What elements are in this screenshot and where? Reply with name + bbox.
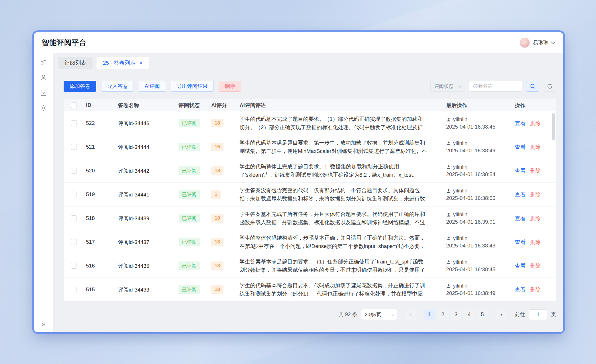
delete-link[interactable]: 删除 — [530, 191, 541, 198]
view-link[interactable]: 查看 — [515, 262, 526, 269]
user-menu[interactable]: 易琳琳 — [519, 38, 555, 48]
status-badge: 已评阅 — [179, 261, 200, 270]
row-name: 评阅id-34439 — [112, 215, 172, 222]
delete-link[interactable]: 删除 — [530, 286, 541, 293]
chevron-down-icon — [458, 84, 462, 88]
delete-link[interactable]: 删除 — [530, 120, 541, 127]
jump-page-input[interactable] — [529, 309, 547, 320]
sidebar-item-review-tasks[interactable] — [38, 57, 49, 68]
select-all-checkbox[interactable] — [71, 102, 77, 108]
delete-link[interactable]: 删除 — [530, 215, 541, 222]
page-button-3[interactable]: 3 — [451, 309, 461, 320]
page-size-select[interactable]: 20条/页 — [361, 309, 397, 320]
person-icon — [446, 236, 451, 241]
delete-link[interactable]: 删除 — [530, 239, 541, 246]
view-link[interactable]: 查看 — [515, 143, 526, 151]
table-row: 516 评阅id-34435 已评阅 18 学生答案基本满足题目的要求。（1）任… — [64, 254, 556, 278]
view-link[interactable]: 查看 — [515, 286, 526, 293]
gear-icon — [40, 104, 47, 112]
operator-name: yilinlin — [453, 116, 467, 123]
row-checkbox[interactable] — [71, 120, 77, 126]
score-badge: 1 — [211, 190, 221, 199]
status-badge: 已评阅 — [179, 119, 200, 127]
avatar[interactable] — [519, 38, 530, 48]
delete-button[interactable]: 删除 — [219, 81, 241, 92]
header-status: 评阅状态 — [172, 102, 207, 109]
tab-review-list[interactable]: 评阅列表 — [58, 57, 93, 69]
search-icon — [530, 83, 536, 89]
sidebar-item-settings[interactable] — [38, 102, 49, 114]
operation-time: 2025-04-01 16:38:45 — [446, 124, 495, 130]
view-link[interactable]: 查看 — [515, 239, 526, 246]
page-button-2[interactable]: 2 — [438, 309, 448, 320]
pagination: 共 92 条 20条/页 ‹ 1 2 3 4 5 › 前往 页 — [64, 309, 556, 320]
header-actions: 操作 — [505, 102, 556, 109]
search-button[interactable] — [526, 81, 539, 92]
delete-link[interactable]: 删除 — [530, 167, 541, 174]
total-count: 共 92 条 — [338, 311, 357, 318]
delete-link[interactable]: 删除 — [530, 262, 541, 269]
operator-name: yilinlin — [453, 140, 467, 146]
score-badge: 18 — [211, 238, 223, 246]
status-badge: 已评阅 — [179, 143, 200, 151]
sidebar-item-answer-sheets[interactable] — [38, 87, 49, 99]
status-badge: 已评阅 — [179, 190, 200, 199]
operation-time: 2025-04-01 16:38:49 — [446, 147, 495, 154]
row-checkbox[interactable] — [71, 263, 77, 269]
delete-link[interactable]: 删除 — [530, 143, 541, 151]
sidebar-collapse-button[interactable]: » — [34, 320, 53, 328]
row-name: 评阅id-34433 — [112, 286, 172, 293]
row-name: 评阅id-34437 — [112, 239, 172, 246]
tab-close-icon[interactable]: × — [140, 60, 143, 66]
row-id: 521 — [81, 144, 112, 150]
answer-name-input[interactable] — [469, 81, 522, 92]
add-answer-button[interactable]: 添加答卷 — [64, 81, 96, 92]
view-link[interactable]: 查看 — [515, 191, 526, 198]
page-list: 1 2 3 4 5 — [424, 309, 488, 320]
checklist-icon — [40, 59, 47, 66]
page-button-1[interactable]: 1 — [424, 309, 435, 320]
sidebar-item-users[interactable] — [38, 72, 49, 83]
row-checkbox[interactable] — [71, 144, 77, 150]
header-id: ID — [81, 102, 112, 108]
operator-name: yilinlin — [453, 235, 467, 241]
person-icon — [446, 141, 451, 146]
user-icon — [40, 74, 47, 81]
operation-time: 2025-04-01 16:39:01 — [446, 219, 495, 225]
page-button-5[interactable]: 5 — [477, 309, 488, 320]
prev-page-button[interactable]: ‹ — [405, 309, 416, 320]
table-row: 522 评阅id-34446 已评阅 18 学生的代码基本完成了题目的要求。（1… — [64, 111, 556, 135]
row-name: 评阅id-34435 — [112, 262, 172, 269]
row-checkbox[interactable] — [71, 239, 77, 245]
header-score: AI评分 — [207, 102, 233, 109]
refresh-button[interactable] — [543, 81, 556, 92]
row-checkbox[interactable] — [71, 287, 77, 292]
table-row: 520 评阅id-34442 已评阅 18 学生的代码整体上完成了题目要求。1.… — [64, 159, 556, 183]
scrollbar-thumb[interactable] — [552, 113, 555, 140]
export-results-button[interactable]: 导出评阅结果 — [171, 81, 214, 92]
app-header: 智能评阅平台 易琳琳 — [34, 32, 563, 53]
page-button-4[interactable]: 4 — [464, 309, 475, 320]
row-id: 515 — [81, 286, 112, 293]
view-link[interactable]: 查看 — [515, 167, 526, 174]
score-badge: 18 — [211, 261, 223, 270]
tab-answer-list[interactable]: 25 - 答卷列表 × — [97, 57, 149, 69]
person-icon — [446, 260, 451, 265]
score-badge: 18 — [211, 166, 223, 175]
table-row: 519 评阅id-34441 已评阅 1 学生答案没有包含完整的代码，仅有部分结… — [64, 183, 556, 206]
operator-name: yilinlin — [453, 211, 467, 218]
view-link[interactable]: 查看 — [515, 120, 526, 127]
row-checkbox[interactable] — [71, 215, 77, 221]
row-checkbox[interactable] — [71, 168, 77, 174]
ai-review-button[interactable]: AI评阅 — [139, 81, 166, 92]
operation-time: 2025-04-01 16:38:56 — [446, 195, 495, 201]
next-page-button[interactable]: › — [496, 309, 507, 320]
row-id: 519 — [81, 191, 112, 198]
row-checkbox[interactable] — [71, 192, 77, 197]
import-answer-button[interactable]: 导入答卷 — [101, 81, 134, 92]
view-link[interactable]: 查看 — [515, 215, 526, 222]
operation-time: 2025-04-01 16:38:45 — [446, 266, 495, 273]
review-comment: 学生的代码基本满足题目要求。第一步中，成功加载了数据，并划分成训练集和测试集。第… — [240, 139, 428, 155]
app-title: 智能评阅平台 — [42, 38, 87, 47]
review-status-select[interactable]: 评阅状态 — [430, 81, 465, 92]
